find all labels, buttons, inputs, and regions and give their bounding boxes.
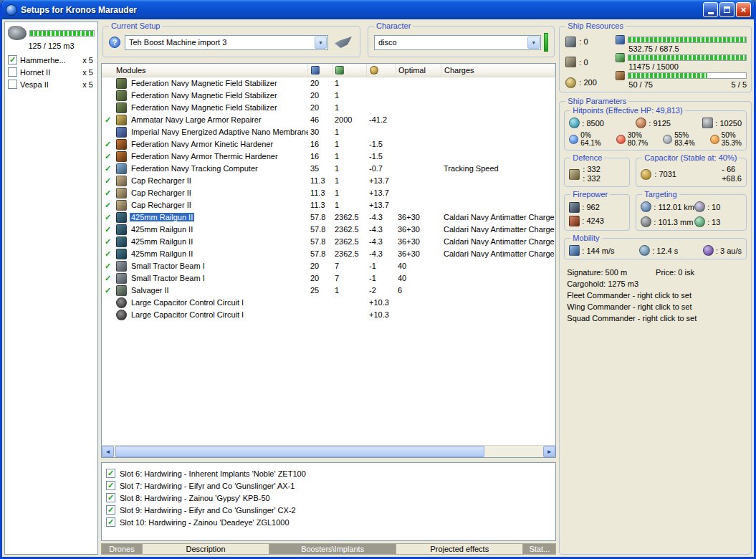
module-row[interactable]: Cap Recharger II 11.3 1 +13.7: [102, 199, 555, 211]
module-row[interactable]: Large Capacitor Control Circuit I +10.3: [102, 297, 555, 309]
capacitor-column-header[interactable]: [367, 64, 396, 77]
module-cap-value: -4.3: [367, 211, 396, 224]
charges-header-label: Charges: [444, 66, 474, 75]
fleet-commander-setter[interactable]: Fleet Commander - right click to set: [567, 291, 744, 300]
close-button[interactable]: [736, 2, 751, 17]
drone-checkbox[interactable]: [8, 55, 17, 64]
current-setup-combobox[interactable]: Teh Boost Machine import 3: [125, 35, 328, 50]
cpu-column-header[interactable]: [308, 64, 332, 77]
chevron-down-icon[interactable]: [315, 37, 327, 49]
character-title: Character: [374, 22, 413, 30]
minimize-icon: [708, 12, 714, 14]
max-targets-icon: [694, 201, 705, 212]
module-name: 425mm Railgun II: [130, 249, 194, 258]
scrollbar-thumb[interactable]: [115, 446, 484, 457]
firepower-title: Firepower: [570, 190, 610, 199]
module-row[interactable]: Federation Navy Magnetic Field Stabilize…: [102, 90, 555, 102]
module-row[interactable]: Cap Recharger II 11.3 1 +13.7: [102, 187, 555, 199]
module-cpu-value: 25: [308, 285, 332, 297]
module-row[interactable]: Federation Navy Tracking Computer 35 1 -…: [102, 163, 555, 175]
minimize-button[interactable]: [703, 2, 718, 17]
implants-panel: Slot 6: Hardwiring - Inherent Implants '…: [101, 462, 556, 541]
module-cap-value: -1: [367, 272, 396, 285]
implant-row[interactable]: Slot 6: Hardwiring - Inherent Implants '…: [106, 467, 551, 479]
character-combobox[interactable]: disco: [374, 35, 541, 50]
module-row[interactable]: Ammatar Navy Large Armor Repairer 46 200…: [102, 114, 555, 126]
module-row[interactable]: Large Capacitor Control Circuit I +10.3: [102, 309, 555, 321]
implant-checkbox[interactable]: [106, 469, 115, 478]
resource-value: 11475 / 15000: [628, 62, 679, 71]
module-powergrid-value: 1: [332, 77, 367, 90]
turret-dps-icon: [569, 202, 580, 213]
titlebar[interactable]: Setups for Kronos Marauder: [2, 0, 754, 19]
module-row[interactable]: Salvager II 25 1 -2 6: [102, 285, 555, 297]
module-row[interactable]: Federation Navy Magnetic Field Stabilize…: [102, 77, 555, 90]
scroll-left-icon[interactable]: [102, 446, 114, 457]
module-row[interactable]: 425mm Railgun II 57.8 2362.5 -4.3 36+30 …: [102, 236, 555, 248]
implant-row[interactable]: Slot 10: Hardwiring - Zainou 'Deadeye' Z…: [106, 516, 551, 528]
volley-value: : 4243: [582, 216, 604, 226]
drone-list-item[interactable]: Hammerhe... x 5: [6, 54, 96, 66]
drone-bay-capacity-fill: [30, 31, 94, 36]
window-buttons: [703, 2, 751, 17]
charges-column-header[interactable]: Charges: [441, 64, 555, 77]
cpu-icon: [616, 35, 625, 44]
maximize-button[interactable]: [719, 2, 735, 17]
bottom-tab[interactable]: Projected effects: [396, 543, 523, 555]
drone-checkbox[interactable]: [8, 67, 17, 77]
wing-commander-setter[interactable]: Wing Commander - right click to set: [567, 302, 744, 311]
modules-list: Federation Navy Magnetic Field Stabilize…: [102, 77, 555, 445]
module-row[interactable]: Cap Recharger II 11.3 1 +13.7: [102, 175, 555, 187]
window-content: 125 / 125 m3 Hammerhe... x 5 Hornet II x…: [2, 19, 754, 557]
module-powergrid-value: 1: [332, 175, 367, 187]
help-icon[interactable]: [109, 37, 120, 48]
modules-column-header[interactable]: Modules: [102, 64, 308, 77]
optimal-column-header[interactable]: Optimal: [396, 64, 441, 77]
drone-checkbox[interactable]: [8, 80, 17, 89]
capacitor-title: Capacitor (Stable at: 40%): [642, 153, 739, 162]
targeting-range-icon: [641, 201, 651, 212]
resist-cell: 55% 83.4%: [663, 131, 694, 147]
implant-checkbox[interactable]: [106, 505, 115, 515]
drone-list-item[interactable]: Hornet II x 5: [6, 66, 96, 78]
module-charge-name: Caldari Navy Antimatter Charge L: [441, 224, 555, 236]
implant-checkbox[interactable]: [106, 481, 115, 490]
scroll-right-icon[interactable]: [543, 446, 555, 457]
thermal-resist-icon: [616, 135, 626, 144]
module-row[interactable]: Small Tractor Beam I 20 7 -1 40: [102, 272, 555, 285]
bottom-tab[interactable]: Description: [143, 543, 269, 555]
open-ship-browser-button[interactable]: [332, 34, 354, 50]
implant-checkbox[interactable]: [106, 517, 115, 527]
resource-bars: 532.75 / 687.5 11475 / 15000: [616, 35, 747, 89]
scrollbar-track[interactable]: [114, 446, 543, 457]
bottom-tab[interactable]: Drones: [101, 543, 143, 555]
tracking-computer-icon: [116, 163, 127, 174]
bottom-tab[interactable]: Stat...: [523, 543, 556, 555]
module-cap-value: -1: [367, 260, 396, 272]
powergrid-column-header[interactable]: [332, 64, 367, 77]
defence-group: Defence : 332 : 332: [564, 158, 630, 187]
module-row[interactable]: 425mm Railgun II 57.8 2362.5 -4.3 36+30 …: [102, 211, 555, 224]
module-cpu-value: 57.8: [308, 224, 332, 236]
implant-row[interactable]: Slot 9: Hardwiring - Eifyr and Co 'Gunsl…: [106, 504, 551, 516]
drone-list-item[interactable]: Vespa II x 5: [6, 78, 96, 90]
chevron-down-icon[interactable]: [527, 37, 540, 49]
squad-commander-setter[interactable]: Squad Commander - right click to set: [567, 314, 744, 322]
module-row[interactable]: 425mm Railgun II 57.8 2362.5 -4.3 36+30 …: [102, 224, 555, 236]
resists-row: 0% 64.1% 30% 80.7%: [569, 131, 742, 147]
implant-row[interactable]: Slot 7: Hardwiring - Eifyr and Co 'Gunsl…: [106, 479, 551, 492]
implant-checkbox[interactable]: [106, 493, 115, 502]
bottom-tab[interactable]: Boosters\Implants: [269, 543, 396, 555]
module-row[interactable]: Federation Navy Armor Kinetic Hardener 1…: [102, 138, 555, 150]
module-row[interactable]: 425mm Railgun II 57.8 2362.5 -4.3 36+30 …: [102, 248, 555, 260]
module-row[interactable]: Imperial Navy Energized Adaptive Nano Me…: [102, 126, 555, 138]
module-row[interactable]: Federation Navy Armor Thermic Hardener 1…: [102, 150, 555, 163]
module-cap-value: -1.5: [367, 150, 396, 163]
bottom-tabs: Drones Description Boosters\Implants Pro…: [101, 543, 556, 555]
module-powergrid-value: 2362.5: [332, 211, 367, 224]
capacitor-group: Capacitor (Stable at: 40%) : 7031 - 66 +…: [636, 158, 747, 187]
module-row[interactable]: Small Tractor Beam I 20 7 -1 40: [102, 260, 555, 272]
horizontal-scrollbar[interactable]: [102, 445, 555, 457]
implant-row[interactable]: Slot 8: Hardwiring - Zainou 'Gypsy' KPB-…: [106, 492, 551, 504]
module-row[interactable]: Federation Navy Magnetic Field Stabilize…: [102, 102, 555, 114]
